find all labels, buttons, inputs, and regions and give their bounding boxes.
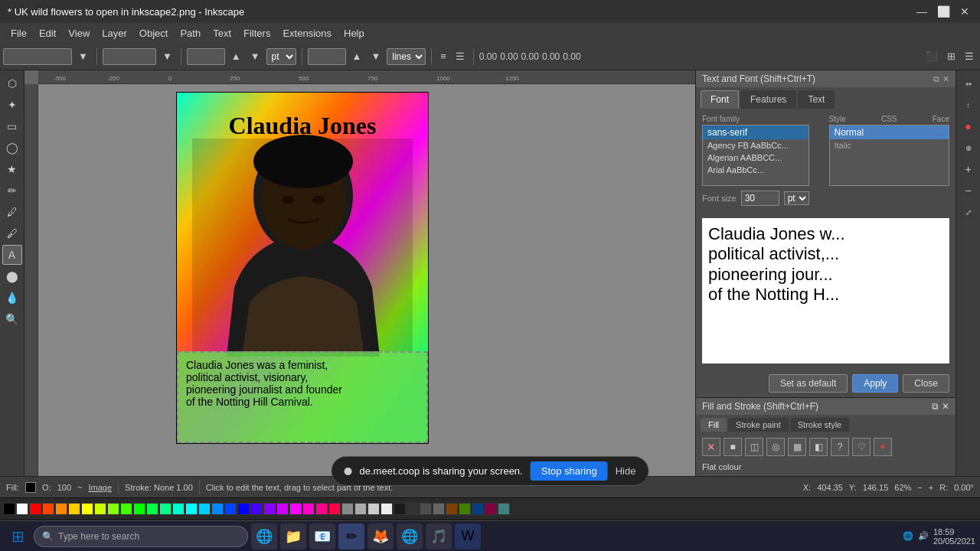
palette-color-12[interactable] xyxy=(159,503,172,515)
fill-color-indicator[interactable] xyxy=(25,482,36,493)
fill-radial-btn[interactable]: ◎ xyxy=(766,438,785,456)
palette-color-11[interactable] xyxy=(146,503,158,515)
line-height-down[interactable]: ▼ xyxy=(368,49,384,64)
fill-unset-btn[interactable]: ? xyxy=(831,438,849,456)
palette-color-2[interactable] xyxy=(29,503,41,515)
search-bar[interactable]: 🔍 Type here to search xyxy=(34,526,248,547)
palette-color-16[interactable] xyxy=(211,503,224,515)
palette-color-8[interactable] xyxy=(107,503,119,515)
palette-color-26[interactable] xyxy=(341,503,354,515)
taskbar-app-inkscape[interactable]: ✏ xyxy=(338,523,364,549)
palette-color-31[interactable] xyxy=(407,503,419,515)
right-tool-5[interactable]: ⤢ xyxy=(959,202,978,222)
palette-color-18[interactable] xyxy=(237,503,250,515)
palette-color-6[interactable] xyxy=(81,503,93,515)
right-tool-zoom-in[interactable]: + xyxy=(959,159,978,179)
menu-item-filters[interactable]: Filters xyxy=(237,26,276,41)
style-list[interactable]: Normal Italic xyxy=(829,125,950,186)
font-size-input[interactable]: 30 xyxy=(187,48,225,65)
fill-flat-btn[interactable]: ■ xyxy=(724,438,742,456)
palette-color-10[interactable] xyxy=(133,503,145,515)
fill-panel-float[interactable]: ⧉ xyxy=(932,401,939,412)
zoom-tool[interactable]: 🔍 xyxy=(2,309,22,329)
artwork[interactable]: Claudia Jones Claudi xyxy=(176,92,429,444)
line-height-input[interactable]: 1.25 xyxy=(308,48,346,65)
style-italic[interactable]: Italic xyxy=(830,139,949,152)
palette-color-0[interactable] xyxy=(3,503,15,515)
rect-tool[interactable]: ▭ xyxy=(2,116,22,136)
taskbar-app-mail[interactable]: 📧 xyxy=(309,523,335,549)
font-family-input[interactable]: sans-serif xyxy=(3,48,72,65)
palette-color-19[interactable] xyxy=(250,503,263,515)
palette-color-37[interactable] xyxy=(485,503,497,515)
menu-item-path[interactable]: Path xyxy=(174,26,207,41)
taskbar-app-music[interactable]: 🎵 xyxy=(426,523,452,549)
menu-item-extensions[interactable]: Extensions xyxy=(276,26,338,41)
palette-color-20[interactable] xyxy=(263,503,276,515)
ellipse-tool[interactable]: ◯ xyxy=(2,138,22,158)
apply-button[interactable]: Apply xyxy=(852,374,898,393)
fill-tab-fill[interactable]: Fill xyxy=(701,418,727,432)
line-height-unit[interactable]: lines px xyxy=(387,48,426,65)
font-item-arial[interactable]: Arial AaBbCc... xyxy=(703,164,808,176)
fill-linear-btn[interactable]: ◫ xyxy=(745,438,763,456)
text-tool[interactable]: A xyxy=(2,245,22,265)
pencil-tool[interactable]: ✏ xyxy=(2,181,22,201)
palette-color-36[interactable] xyxy=(472,503,484,515)
pen-tool[interactable]: 🖊 xyxy=(2,202,22,222)
fill-none-btn[interactable]: ✕ xyxy=(702,438,720,456)
right-tool-1[interactable]: ⇔ xyxy=(959,73,978,93)
right-tool-2[interactable]: ↑ xyxy=(959,95,978,115)
palette-color-4[interactable] xyxy=(55,503,67,515)
palette-color-1[interactable] xyxy=(16,503,28,515)
font-family-list[interactable]: sans-serif Agency FB AaBbCc... Algerian … xyxy=(702,125,809,186)
close-button[interactable]: ✕ xyxy=(957,4,972,19)
palette-color-24[interactable] xyxy=(315,503,328,515)
fill-tab-stroke-paint[interactable]: Stroke paint xyxy=(728,418,789,432)
palette-color-38[interactable] xyxy=(498,503,510,515)
font-unit-select[interactable]: pt px xyxy=(266,48,296,65)
palette-color-22[interactable] xyxy=(289,503,302,515)
palette-color-5[interactable] xyxy=(68,503,80,515)
select-tool[interactable]: ⬡ xyxy=(2,73,22,93)
align-left-btn[interactable]: ≡ xyxy=(437,49,449,64)
font-item-algerian[interactable]: Algerian AABBCC... xyxy=(703,152,808,164)
palette-color-7[interactable] xyxy=(94,503,106,515)
font-size-down[interactable]: ▼ xyxy=(247,49,263,64)
tab-font[interactable]: Font xyxy=(701,90,739,109)
fill-swatch-btn[interactable]: ◧ xyxy=(809,438,828,456)
palette-color-32[interactable] xyxy=(420,503,432,515)
menu-item-edit[interactable]: Edit xyxy=(33,26,62,41)
view-list-btn[interactable]: ☰ xyxy=(962,49,977,64)
start-button[interactable]: ⊞ xyxy=(5,523,31,549)
palette-color-9[interactable] xyxy=(120,503,132,515)
menu-item-file[interactable]: File xyxy=(5,26,33,41)
palette-color-35[interactable] xyxy=(459,503,471,515)
close-button[interactable]: Close xyxy=(903,374,949,393)
gradient-tool[interactable]: ⬤ xyxy=(2,266,22,286)
palette-color-27[interactable] xyxy=(354,503,367,515)
align-center-btn[interactable]: ☰ xyxy=(452,49,468,64)
fill-heart-filled[interactable]: ♥ xyxy=(874,438,892,456)
hide-button[interactable]: Hide xyxy=(616,465,636,477)
palette-color-34[interactable] xyxy=(446,503,458,515)
tab-features[interactable]: Features xyxy=(740,90,796,109)
font-item-agency[interactable]: Agency FB AaBbCc... xyxy=(703,139,808,152)
calligraphy-tool[interactable]: 🖋 xyxy=(2,223,22,243)
style-normal[interactable]: Normal xyxy=(830,126,949,139)
stop-sharing-button[interactable]: Stop sharing xyxy=(531,461,608,481)
fill-pattern-btn[interactable]: ▦ xyxy=(788,438,806,456)
taskbar-app-edge[interactable]: 🌐 xyxy=(397,523,423,549)
taskbar-app-firefox[interactable]: 🦊 xyxy=(368,523,394,549)
fill-tab-stroke-style[interactable]: Stroke style xyxy=(790,418,849,432)
font-style-dropdown[interactable]: ▼ xyxy=(159,49,175,64)
set-default-button[interactable]: Set as default xyxy=(769,374,848,393)
zoom-level[interactable]: 62% xyxy=(894,483,911,492)
palette-color-29[interactable] xyxy=(381,503,393,515)
canvas-area[interactable]: -500 -250 0 250 500 750 1000 1250 Claudi… xyxy=(24,70,695,476)
right-tool-4[interactable]: ⊕ xyxy=(959,138,978,158)
taskbar-app-files[interactable]: 📁 xyxy=(280,523,306,549)
fill-panel-close[interactable]: ✕ xyxy=(942,401,949,412)
palette-color-14[interactable] xyxy=(185,503,198,515)
palette-color-25[interactable] xyxy=(328,503,341,515)
